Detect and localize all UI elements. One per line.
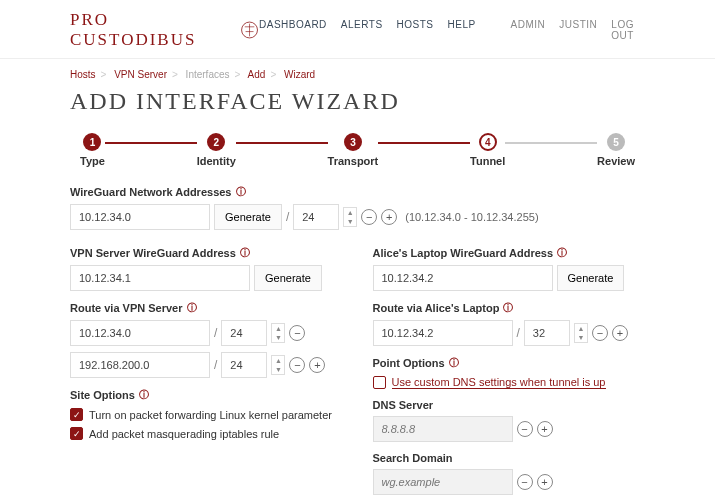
route-vpn-label: Route via VPN Server — [70, 302, 183, 314]
vpn-address-label: VPN Server WireGuard Address — [70, 247, 236, 259]
help-icon[interactable]: ⓘ — [557, 246, 567, 260]
search-domain-input — [373, 469, 513, 495]
help-icon[interactable]: ⓘ — [449, 356, 459, 370]
route-vpn-2-mask[interactable] — [221, 352, 267, 378]
site-options-label: Site Options — [70, 389, 135, 401]
laptop-address-label: Alice's Laptop WireGuard Address — [373, 247, 554, 259]
remove-search-button[interactable]: − — [517, 474, 533, 490]
help-icon[interactable]: ⓘ — [503, 301, 513, 315]
generate-network-button[interactable]: Generate — [214, 204, 282, 230]
route-laptop-input[interactable] — [373, 320, 513, 346]
nav-user[interactable]: JUSTIN — [559, 19, 597, 41]
brand[interactable]: PRO CUSTODIBUS — [70, 10, 259, 50]
network-range: (10.12.34.0 - 10.12.34.255) — [405, 211, 538, 223]
custom-dns-label: Use custom DNS settings when tunnel is u… — [392, 376, 606, 389]
step-3-dot[interactable]: 3 — [344, 133, 362, 151]
step-5-dot[interactable]: 5 — [607, 133, 625, 151]
add-search-button[interactable]: + — [537, 474, 553, 490]
dns-server-label: DNS Server — [373, 399, 434, 411]
add-dns-button[interactable]: + — [537, 421, 553, 437]
nav-logout[interactable]: LOG OUT — [611, 19, 645, 41]
mask-spinner[interactable]: ▲▼ — [271, 355, 285, 375]
crumb-vpn[interactable]: VPN Server — [114, 69, 167, 80]
route-vpn-2-input[interactable] — [70, 352, 210, 378]
pkt-fwd-label: Turn on packet forwarding Linux kernel p… — [89, 409, 332, 421]
laptop-address-input[interactable] — [373, 265, 553, 291]
page-title: ADD INTERFACE WIZARD — [70, 88, 645, 115]
masq-label: Add packet masquerading iptables rule — [89, 428, 279, 440]
breadcrumb: Hosts> VPN Server> Interfaces> Add> Wiza… — [70, 69, 645, 80]
route-vpn-1-mask[interactable] — [221, 320, 267, 346]
add-network-button[interactable]: + — [381, 209, 397, 225]
route-vpn-1-input[interactable] — [70, 320, 210, 346]
vpn-address-input[interactable] — [70, 265, 250, 291]
remove-dns-button[interactable]: − — [517, 421, 533, 437]
crumb-wizard[interactable]: Wizard — [284, 69, 315, 80]
mask-spinner[interactable]: ▲▼ — [343, 207, 357, 227]
generate-laptop-button[interactable]: Generate — [557, 265, 625, 291]
nav-dashboard[interactable]: DASHBOARD — [259, 19, 327, 41]
point-options-label: Point Options — [373, 357, 445, 369]
remove-route-button[interactable]: − — [289, 357, 305, 373]
nav-help[interactable]: HELP — [448, 19, 476, 41]
stepper: 1Type 2Identity 3Transport 4Tunnel 5Revi… — [70, 133, 645, 167]
generate-vpn-button[interactable]: Generate — [254, 265, 322, 291]
nav-alerts[interactable]: ALERTS — [341, 19, 383, 41]
help-icon[interactable]: ⓘ — [236, 185, 246, 199]
remove-network-button[interactable]: − — [361, 209, 377, 225]
route-laptop-mask[interactable] — [524, 320, 570, 346]
help-icon[interactable]: ⓘ — [240, 246, 250, 260]
search-domain-label: Search Domain — [373, 452, 453, 464]
crumb-hosts[interactable]: Hosts — [70, 69, 96, 80]
mask-spinner[interactable]: ▲▼ — [574, 323, 588, 343]
remove-route-button[interactable]: − — [289, 325, 305, 341]
brand-icon — [240, 20, 259, 40]
route-laptop-label: Route via Alice's Laptop — [373, 302, 500, 314]
step-1-dot[interactable]: 1 — [83, 133, 101, 151]
help-icon[interactable]: ⓘ — [187, 301, 197, 315]
crumb-add[interactable]: Add — [248, 69, 266, 80]
network-address-input[interactable] — [70, 204, 210, 230]
remove-route-button[interactable]: − — [592, 325, 608, 341]
custom-dns-checkbox[interactable] — [373, 376, 386, 389]
step-2-dot[interactable]: 2 — [207, 133, 225, 151]
add-route-button[interactable]: + — [612, 325, 628, 341]
nav-hosts[interactable]: HOSTS — [397, 19, 434, 41]
crumb-interfaces: Interfaces — [186, 69, 230, 80]
step-4-dot[interactable]: 4 — [479, 133, 497, 151]
nav-admin[interactable]: ADMIN — [511, 19, 546, 41]
mask-spinner[interactable]: ▲▼ — [271, 323, 285, 343]
masq-checkbox[interactable]: ✓ — [70, 427, 83, 440]
add-route-button[interactable]: + — [309, 357, 325, 373]
dns-server-input — [373, 416, 513, 442]
network-mask-input[interactable] — [293, 204, 339, 230]
network-addresses-label: WireGuard Network Addresses — [70, 186, 232, 198]
help-icon[interactable]: ⓘ — [139, 388, 149, 402]
pkt-fwd-checkbox[interactable]: ✓ — [70, 408, 83, 421]
